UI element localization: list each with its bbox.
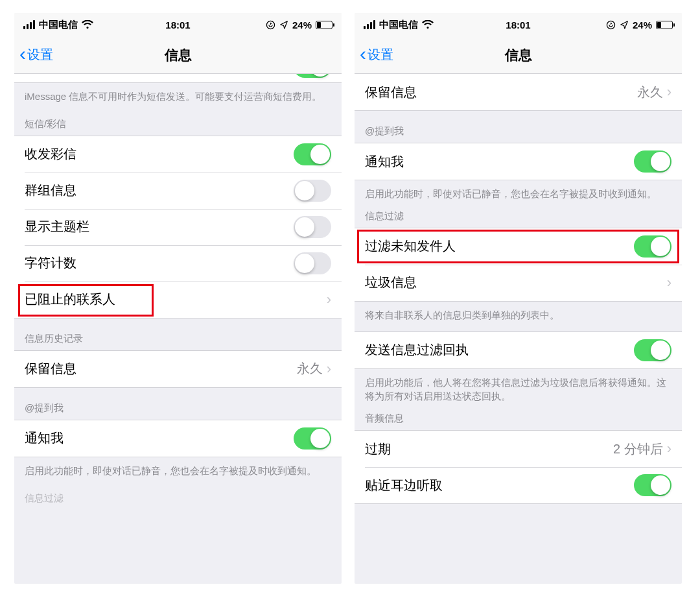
- phone-left: 中国电信 18:01 24% ‹ 设置 信息: [14, 13, 342, 584]
- row-subject-field[interactable]: 显示主题栏: [14, 209, 342, 245]
- label-keep: 保留信息: [365, 84, 417, 101]
- label-charcount: 字符计数: [25, 254, 76, 272]
- section-header-history: 信息历史记录: [14, 318, 342, 350]
- toggle-notify-me[interactable]: [294, 427, 331, 450]
- section-header-sms: 短信/彩信: [14, 104, 342, 136]
- toggle-subject[interactable]: [294, 216, 331, 238]
- row-notify-me[interactable]: 通知我: [355, 143, 682, 180]
- filter-note: 将来自非联系人的信息归类到单独的列表中。: [355, 302, 682, 322]
- toggle-filter-unknown[interactable]: [634, 235, 671, 258]
- value-keep: 永久: [637, 84, 663, 101]
- row-keep-messages[interactable]: 保留信息 永久 ›: [355, 74, 682, 110]
- status-bar: 中国电信 18:01 24%: [355, 13, 682, 36]
- toggle-raise[interactable]: [634, 474, 671, 496]
- value-keep: 永久: [297, 360, 323, 378]
- page-title: 信息: [14, 46, 342, 64]
- label-group: 群组信息: [25, 182, 76, 199]
- label-raise: 贴近耳边听取: [365, 477, 443, 494]
- chevron-right-icon: ›: [667, 84, 671, 101]
- status-time: 18:01: [355, 19, 682, 30]
- label-filter-unknown: 过滤未知发件人: [365, 237, 456, 255]
- toggle-mms[interactable]: [294, 143, 331, 165]
- send-receipt-note: 启用此功能后，他人将在您将其信息过滤为垃圾信息后将获得通知。这将为所有对话启用送…: [355, 369, 682, 404]
- status-time: 18:01: [14, 19, 342, 30]
- partial-row-top: [14, 74, 342, 83]
- row-audio-expire[interactable]: 过期 2 分钟后 ›: [355, 431, 682, 467]
- nav-bar: ‹ 设置 信息: [14, 36, 342, 74]
- chevron-right-icon: ›: [667, 440, 671, 457]
- label-mms: 收发彩信: [25, 145, 76, 163]
- section-header-filter-partial: 信息过滤: [14, 478, 342, 505]
- label-junk: 垃圾信息: [365, 274, 417, 291]
- label-expire: 过期: [365, 440, 391, 458]
- chevron-right-icon: ›: [327, 291, 331, 308]
- battery-icon: [656, 21, 673, 29]
- row-send-filter-receipt[interactable]: 发送信息过滤回执: [355, 332, 682, 368]
- notify-me-note: 启用此功能时，即使对话已静音，您也会在名字被提及时收到通知。: [355, 180, 682, 201]
- section-header-filtering: 信息过滤: [355, 201, 682, 228]
- nav-bar: ‹ 设置 信息: [355, 36, 682, 74]
- section-header-mentions: @提到我: [355, 111, 682, 143]
- status-bar: 中国电信 18:01 24%: [14, 13, 342, 36]
- section-header-mentions: @提到我: [14, 388, 342, 420]
- toggle-charcount[interactable]: [294, 252, 331, 274]
- value-expire: 2 分钟后: [613, 440, 663, 458]
- row-filter-unknown-senders[interactable]: 过滤未知发件人: [355, 228, 682, 265]
- imessage-fallback-note: iMessage 信息不可用时作为短信发送。可能要支付运营商短信费用。: [14, 83, 342, 104]
- row-junk[interactable]: 垃圾信息 ›: [355, 265, 682, 301]
- phone-right: 中国电信 18:01 24% ‹ 设置 信息: [355, 13, 682, 584]
- toggle-notify-me[interactable]: [634, 150, 671, 173]
- label-keep: 保留信息: [25, 360, 76, 378]
- row-character-count[interactable]: 字符计数: [14, 245, 342, 282]
- row-group-messaging[interactable]: 群组信息: [14, 173, 342, 209]
- page-title: 信息: [355, 46, 682, 64]
- label-notify-me: 通知我: [365, 153, 404, 171]
- row-keep-messages[interactable]: 保留信息 永久 ›: [14, 351, 342, 387]
- chevron-right-icon: ›: [327, 361, 331, 378]
- row-blocked-contacts[interactable]: 已阻止的联系人 ›: [14, 282, 342, 318]
- chevron-right-icon: ›: [667, 274, 671, 291]
- notify-me-note: 启用此功能时，即使对话已静音，您也会在名字被提及时收到通知。: [14, 457, 342, 478]
- battery-icon: [316, 21, 332, 29]
- label-blocked: 已阻止的联系人: [25, 291, 115, 308]
- label-send-receipt: 发送信息过滤回执: [365, 341, 469, 359]
- toggle-group[interactable]: [294, 180, 331, 202]
- row-notify-me[interactable]: 通知我: [14, 420, 342, 457]
- row-raise-to-listen[interactable]: 贴近耳边听取: [355, 467, 682, 503]
- row-mms[interactable]: 收发彩信: [14, 136, 342, 173]
- label-subject: 显示主题栏: [25, 218, 89, 235]
- section-header-audio: 音频信息: [355, 403, 682, 430]
- label-notify-me: 通知我: [25, 429, 64, 447]
- toggle-send-as-sms-partial[interactable]: [294, 74, 331, 78]
- toggle-send-receipt[interactable]: [634, 339, 671, 361]
